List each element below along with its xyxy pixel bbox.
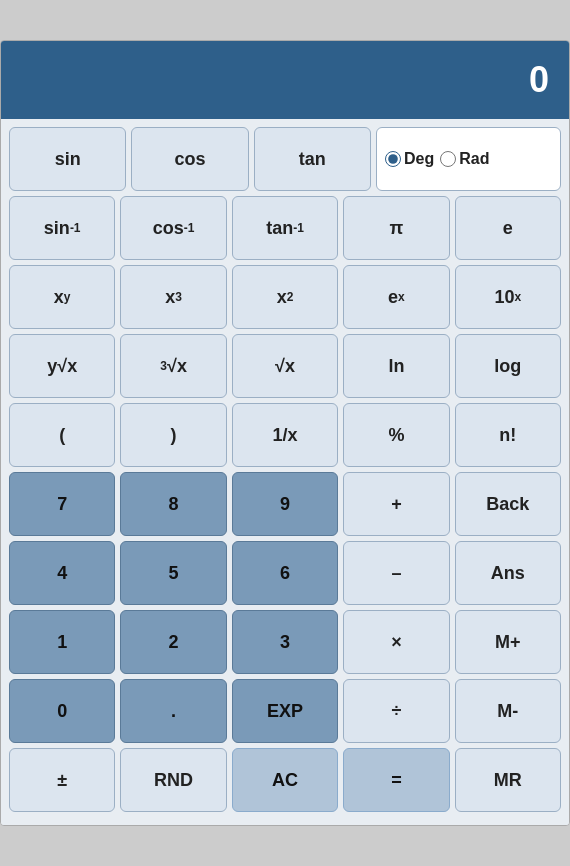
btn-6[interactable]: 6	[232, 541, 338, 605]
btn-3[interactable]: 3	[232, 610, 338, 674]
btn-factorial[interactable]: n!	[455, 403, 561, 467]
btn-mplus[interactable]: M+	[455, 610, 561, 674]
deg-option[interactable]: Deg	[385, 150, 434, 168]
btn-mminus[interactable]: M-	[455, 679, 561, 743]
row-pow: xy x3 x2 ex 10x	[9, 265, 561, 329]
btn-rparen[interactable]: )	[120, 403, 226, 467]
btn-cos[interactable]: cos	[131, 127, 248, 191]
btn-log[interactable]: log	[455, 334, 561, 398]
calculator: 0 sin cos tan Deg Rad sin-1 cos-1 tan-1	[0, 40, 570, 826]
btn-back[interactable]: Back	[455, 472, 561, 536]
btn-3sqrtx[interactable]: 3√x	[120, 334, 226, 398]
btn-9[interactable]: 9	[232, 472, 338, 536]
btn-7[interactable]: 7	[9, 472, 115, 536]
btn-pi[interactable]: π	[343, 196, 449, 260]
btn-sqrtx[interactable]: √x	[232, 334, 338, 398]
btn-e[interactable]: e	[455, 196, 561, 260]
btn-1[interactable]: 1	[9, 610, 115, 674]
deg-rad-group: Deg Rad	[376, 127, 561, 191]
btn-ln[interactable]: ln	[343, 334, 449, 398]
btn-x2[interactable]: x2	[232, 265, 338, 329]
row-inv: sin-1 cos-1 tan-1 π e	[9, 196, 561, 260]
display: 0	[1, 41, 569, 119]
btn-ysqrtx[interactable]: y√x	[9, 334, 115, 398]
btn-10x[interactable]: 10x	[455, 265, 561, 329]
btn-ac[interactable]: AC	[232, 748, 338, 812]
btn-plusminus[interactable]: ±	[9, 748, 115, 812]
btn-ex[interactable]: ex	[343, 265, 449, 329]
btn-tan-inv[interactable]: tan-1	[232, 196, 338, 260]
btn-lparen[interactable]: (	[9, 403, 115, 467]
btn-minus[interactable]: –	[343, 541, 449, 605]
btn-sin-inv[interactable]: sin-1	[9, 196, 115, 260]
rad-label: Rad	[459, 150, 489, 168]
rad-option[interactable]: Rad	[440, 150, 489, 168]
btn-plus[interactable]: +	[343, 472, 449, 536]
btn-reciprocal[interactable]: 1/x	[232, 403, 338, 467]
btn-exp[interactable]: EXP	[232, 679, 338, 743]
btn-divide[interactable]: ÷	[343, 679, 449, 743]
btn-2[interactable]: 2	[120, 610, 226, 674]
row-trig: sin cos tan Deg Rad	[9, 127, 561, 191]
row-special: ± RND AC = MR	[9, 748, 561, 812]
row-0: 0 . EXP ÷ M-	[9, 679, 561, 743]
btn-8[interactable]: 8	[120, 472, 226, 536]
btn-tan[interactable]: tan	[254, 127, 371, 191]
btn-x3[interactable]: x3	[120, 265, 226, 329]
rad-radio[interactable]	[440, 151, 456, 167]
row-789: 7 8 9 + Back	[9, 472, 561, 536]
row-123: 1 2 3 × M+	[9, 610, 561, 674]
btn-mr[interactable]: MR	[455, 748, 561, 812]
btn-ans[interactable]: Ans	[455, 541, 561, 605]
row-root: y√x 3√x √x ln log	[9, 334, 561, 398]
btn-percent[interactable]: %	[343, 403, 449, 467]
display-value: 0	[529, 59, 549, 101]
deg-label: Deg	[404, 150, 434, 168]
deg-radio[interactable]	[385, 151, 401, 167]
btn-xy[interactable]: xy	[9, 265, 115, 329]
buttons-area: sin cos tan Deg Rad sin-1 cos-1 tan-1 π …	[1, 119, 569, 825]
btn-5[interactable]: 5	[120, 541, 226, 605]
btn-dot[interactable]: .	[120, 679, 226, 743]
btn-cos-inv[interactable]: cos-1	[120, 196, 226, 260]
btn-sin[interactable]: sin	[9, 127, 126, 191]
row-misc: ( ) 1/x % n!	[9, 403, 561, 467]
btn-rnd[interactable]: RND	[120, 748, 226, 812]
btn-multiply[interactable]: ×	[343, 610, 449, 674]
btn-4[interactable]: 4	[9, 541, 115, 605]
btn-equals[interactable]: =	[343, 748, 449, 812]
btn-0[interactable]: 0	[9, 679, 115, 743]
row-456: 4 5 6 – Ans	[9, 541, 561, 605]
